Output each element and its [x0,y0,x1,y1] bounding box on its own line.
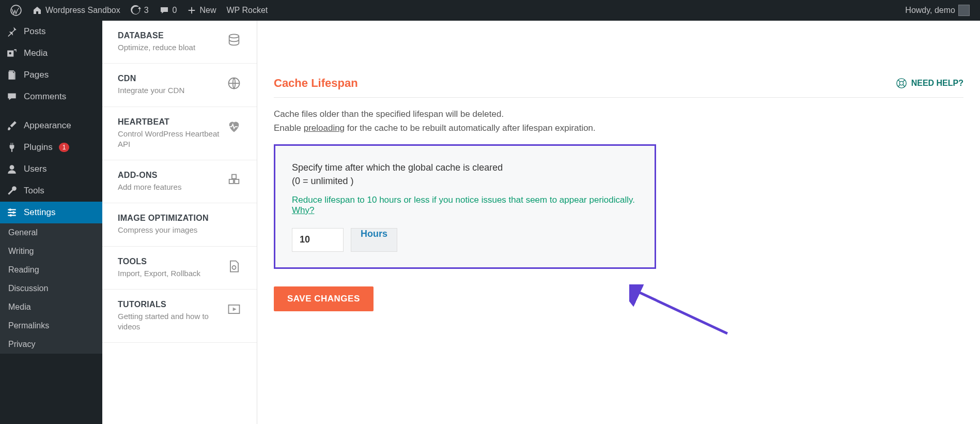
tab-database-title: DATABASE [118,31,220,40]
tab-addons[interactable]: ADD-ONS Add more features [102,160,257,203]
svg-point-10 [10,214,12,216]
menu-plugins[interactable]: Plugins 1 [0,137,102,158]
tab-image-opt[interactable]: IMAGE OPTIMIZATION Compress your images [102,203,257,246]
menu-posts-label: Posts [24,26,46,37]
tab-cdn-title: CDN [118,74,220,83]
tab-cdn[interactable]: CDN Integrate your CDN [102,64,257,107]
menu-tools[interactable]: Tools [0,180,102,202]
avatar [958,5,970,16]
tab-database[interactable]: DATABASE Optimize, reduce bloat [102,21,257,64]
tab-database-desc: Optimize, reduce bloat [118,42,220,53]
menu-settings-label: Settings [24,207,55,218]
submenu-media[interactable]: Media [0,298,102,316]
blocks-icon [227,173,241,187]
lifespan-unit-select[interactable]: Hours [351,228,397,252]
field-help: Reduce lifespan to 10 hours or less if y… [292,195,638,216]
tab-heartbeat-title: HEARTBEAT [118,117,220,127]
section-desc-line2: Enable preloading for the cache to be re… [274,121,963,135]
comments-link[interactable]: 0 [154,0,182,21]
submenu-permalinks[interactable]: Permalinks [0,316,102,335]
pin-icon [6,26,18,37]
wp-admin-bar: Wordpress Sandbox 3 0 New WP Rocket Howd… [0,0,980,21]
tab-tutorials[interactable]: TUTORIALS Getting started and how to vid… [102,290,257,343]
save-changes-button[interactable]: SAVE CHANGES [274,286,374,311]
lifespan-field-box: Specify time after which the global cach… [274,144,656,268]
menu-plugins-label: Plugins [24,142,53,153]
tab-image-opt-title: IMAGE OPTIMIZATION [118,214,241,223]
svg-rect-13 [229,179,234,184]
comments-count: 0 [173,6,177,15]
new-label: New [199,6,216,15]
plug-icon [6,142,18,153]
svg-point-2 [9,52,11,54]
svg-point-16 [232,265,236,269]
heartbeat-icon [227,119,241,134]
howdy-link[interactable]: Howdy, demo [900,0,975,21]
plus-icon [187,6,196,15]
svg-point-4 [10,165,14,170]
menu-appearance[interactable]: Appearance [0,115,102,137]
section-header: Cache Lifespan NEED HELP? [274,62,963,98]
wp-rocket-link[interactable]: WP Rocket [222,0,273,21]
menu-pages-label: Pages [24,70,49,80]
tab-tools-title: TOOLS [118,257,220,266]
lifebuoy-icon [896,78,907,89]
submenu-general[interactable]: General [0,223,102,242]
svg-line-20 [635,291,727,334]
submenu-writing[interactable]: Writing [0,242,102,261]
pages-icon [6,69,18,81]
need-help-link[interactable]: NEED HELP? [896,78,963,89]
lifespan-input[interactable] [292,228,344,252]
tab-heartbeat[interactable]: HEARTBEAT Control WordPress Heartbeat AP… [102,107,257,161]
tab-tutorials-desc: Getting started and how to videos [118,311,220,332]
menu-posts[interactable]: Posts [0,21,102,42]
update-icon [131,5,141,16]
submenu-reading[interactable]: Reading [0,261,102,279]
new-content-link[interactable]: New [182,0,221,21]
menu-appearance-label: Appearance [24,120,71,131]
rocket-tabs: DATABASE Optimize, reduce bloat CDN Inte… [102,21,257,424]
preloading-link[interactable]: preloading [304,123,345,133]
wp-rocket-label: WP Rocket [227,6,268,15]
brush-icon [6,120,18,131]
menu-media[interactable]: Media [0,42,102,64]
menu-users[interactable]: Users [0,158,102,180]
menu-users-label: Users [24,164,46,174]
settings-submenu: General Writing Reading Discussion Media… [0,223,102,354]
menu-media-label: Media [24,48,48,58]
desc2a: Enable [274,123,304,133]
media-icon [6,48,18,59]
site-name-link[interactable]: Wordpress Sandbox [27,0,126,21]
menu-comments[interactable]: Comments [0,86,102,108]
section-title: Cache Lifespan [274,77,358,90]
updates-count: 3 [144,6,149,15]
tab-cdn-desc: Integrate your CDN [118,85,220,96]
need-help-label: NEED HELP? [911,79,963,88]
submenu-discussion[interactable]: Discussion [0,279,102,298]
site-name: Wordpress Sandbox [45,6,120,15]
admin-menu: Posts Media Pages Comments Appearance Pl… [0,21,102,424]
wp-logo[interactable] [5,0,27,21]
tab-addons-title: ADD-ONS [118,171,220,180]
svg-point-19 [899,81,903,85]
tab-tutorials-title: TUTORIALS [118,300,220,309]
wordpress-icon [10,5,22,16]
tab-heartbeat-desc: Control WordPress Heartbeat API [118,129,220,150]
globe-icon [227,76,241,90]
why-link[interactable]: Why? [292,205,314,215]
tab-tools-desc: Import, Export, Rollback [118,268,220,279]
database-icon [227,33,241,48]
gear-file-icon [227,259,241,274]
submenu-privacy[interactable]: Privacy [0,335,102,354]
comment-bubble-icon [6,91,18,102]
comment-icon [159,5,169,16]
plugins-badge: 1 [59,143,70,152]
tab-tools[interactable]: TOOLS Import, Export, Rollback [102,247,257,290]
svg-point-9 [12,211,14,214]
updates-link[interactable]: 3 [126,0,154,21]
menu-pages[interactable]: Pages [0,64,102,86]
user-icon [6,163,18,175]
svg-point-8 [9,208,11,210]
menu-settings[interactable]: Settings [0,202,102,223]
home-icon [32,5,42,16]
